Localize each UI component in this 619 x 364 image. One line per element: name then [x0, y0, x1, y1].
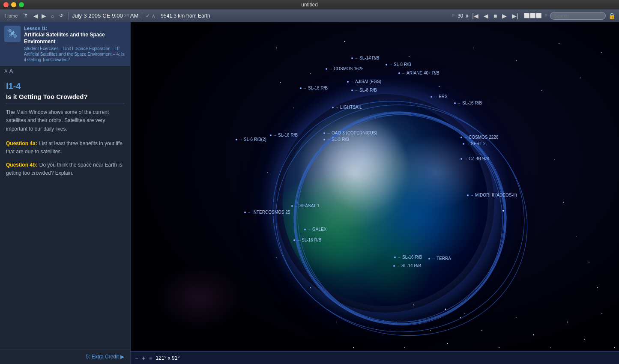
zoom-label: x	[466, 13, 468, 19]
sidebar: 🛰 Lesson I1: Artificial Satellites and t…	[0, 22, 131, 364]
bottom-bar: − + ≡ 121° x 91°	[131, 351, 619, 364]
svg-point-18	[370, 56, 371, 57]
menu-icon: ≡	[452, 13, 455, 19]
playback-next[interactable]: ▶	[501, 12, 508, 19]
main-layout: 🛰 Lesson I1: Artificial Satellites and t…	[0, 22, 619, 364]
lesson-label: Lesson I1:	[24, 26, 126, 31]
earth-container	[282, 101, 488, 306]
font-controls: A A	[0, 66, 130, 76]
separator-2	[142, 12, 142, 20]
svg-point-0	[276, 48, 277, 48]
svg-point-36	[280, 82, 281, 83]
lesson-icon: 🛰	[4, 26, 21, 42]
question-4a-label: Question 4a:	[6, 140, 37, 146]
menu-icon-2: ≡	[544, 13, 547, 19]
svg-point-35	[614, 347, 615, 348]
svg-point-4	[439, 86, 440, 87]
ampm-label: AM	[130, 12, 139, 19]
coordinates-display: 121° x 91°	[156, 355, 180, 361]
telescope-button[interactable]: 🔭	[21, 12, 30, 19]
content-area: I1-4 Is it Getting Too Crowded? The Main…	[0, 76, 130, 349]
window-title: untitled	[301, 2, 318, 8]
svg-point-7	[559, 43, 559, 44]
svg-point-22	[404, 347, 405, 348]
svg-point-43	[554, 159, 555, 160]
main-view[interactable]: →SL-14 R/B→SL-8 R/B→COSMOS 1625→ARIANE 4…	[131, 22, 619, 364]
svg-point-49	[460, 317, 461, 318]
svg-point-16	[336, 322, 336, 322]
svg-point-42	[541, 90, 542, 91]
svg-point-26	[464, 313, 465, 313]
svg-point-1	[310, 73, 311, 74]
lesson-id: I1-4	[6, 81, 124, 91]
svg-point-5	[473, 48, 473, 48]
year-label: 2005	[88, 12, 101, 19]
svg-point-30	[533, 334, 534, 335]
time-label: 9:00	[112, 12, 123, 19]
lesson-title: Artificial Satellites and the Space Envi…	[24, 32, 126, 45]
home-button[interactable]: Home	[3, 12, 19, 19]
playback-start[interactable]: |◀	[471, 12, 480, 19]
seconds-label: 24	[124, 13, 129, 18]
time-section: 9:00 24 AM	[112, 12, 138, 19]
earth	[282, 101, 488, 306]
svg-point-29	[516, 317, 517, 318]
playback-stop[interactable]: ■	[492, 12, 498, 19]
svg-point-2	[344, 41, 345, 42]
svg-point-47	[597, 287, 598, 288]
settings-button[interactable]: ≡	[149, 355, 152, 361]
satellite-icon: 🛰	[8, 28, 17, 39]
view-options-icon: ⬜⬜⬜	[524, 13, 542, 18]
svg-point-24	[430, 330, 431, 331]
svg-point-51	[502, 210, 504, 212]
month-label: July	[72, 12, 82, 19]
lesson-info: Lesson I1: Artificial Satellites and the…	[24, 26, 126, 63]
svg-point-45	[576, 236, 576, 236]
svg-point-31	[550, 347, 550, 348]
question-4b: Question 4b: Do you think the space near…	[6, 161, 124, 177]
era-label: CE	[102, 12, 110, 19]
next-lesson-label: 5: Extra Credit	[86, 354, 119, 360]
lesson-header: 🛰 Lesson I1: Artificial Satellites and t…	[0, 22, 130, 66]
svg-point-25	[447, 343, 448, 344]
svg-point-33	[584, 339, 585, 340]
next-arrow[interactable]: ▶	[40, 12, 48, 19]
prev-arrow[interactable]: ◀	[32, 12, 39, 19]
next-arrow-icon: ▶	[120, 354, 124, 360]
refresh-button[interactable]: ↺	[57, 12, 65, 19]
zoom-in-button[interactable]: +	[142, 355, 145, 361]
playback-end[interactable]: ▶|	[511, 12, 520, 19]
minimize-button[interactable]	[11, 2, 16, 7]
lock-icon: 🔒	[608, 12, 616, 19]
distance-label: 9541.3 km from Earth	[161, 13, 210, 19]
font-large-button[interactable]: A	[9, 68, 13, 75]
lesson-breadcrumb: Student Exercises – Unit I: Space Explor…	[24, 46, 126, 63]
svg-point-34	[601, 313, 602, 314]
date-section: July 3 2005 CE	[72, 12, 110, 19]
font-small-button[interactable]: A	[4, 69, 7, 74]
nebula	[156, 266, 242, 330]
close-button[interactable]	[3, 2, 9, 7]
svg-point-6	[516, 60, 517, 61]
next-lesson-link[interactable]: 5: Extra Credit ▶	[6, 354, 124, 360]
next-lesson-nav: 5: Extra Credit ▶	[0, 349, 130, 364]
question-4a: Question 4a: List at least three benefit…	[6, 139, 124, 155]
search-input[interactable]	[550, 12, 606, 20]
maximize-button[interactable]	[19, 2, 24, 7]
titlebar: untitled	[0, 0, 619, 9]
svg-point-17	[353, 347, 354, 348]
home-icon-button[interactable]: ⌂	[49, 12, 56, 19]
separator-1	[68, 12, 69, 20]
svg-point-27	[481, 330, 482, 331]
svg-point-3	[409, 56, 410, 57]
svg-point-48	[445, 309, 446, 310]
zoom-out-button[interactable]: −	[135, 355, 138, 361]
zoom-value: 30	[458, 13, 463, 19]
window-controls	[3, 2, 24, 7]
svg-point-8	[580, 78, 581, 78]
svg-point-46	[589, 262, 589, 263]
playback-prev[interactable]: ◀	[482, 12, 490, 19]
svg-point-44	[563, 202, 564, 203]
svg-point-12	[267, 172, 268, 173]
toolbar: Home 🔭 ◀ ▶ ⌂ ↺ July 3 2005 CE 9:00 24 AM…	[0, 9, 619, 22]
